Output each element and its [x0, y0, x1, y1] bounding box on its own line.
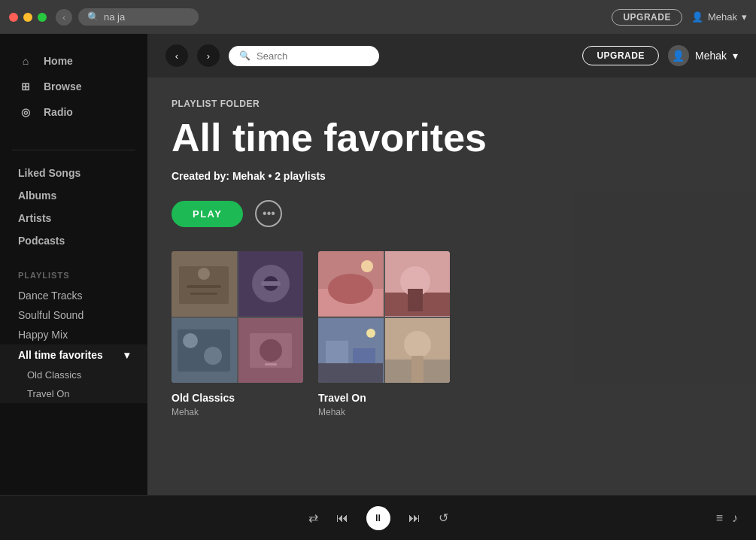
- sidebar-divider: [12, 150, 135, 150]
- titlebar-username: Mehak: [708, 11, 737, 23]
- svg-rect-26: [318, 363, 383, 383]
- minimize-button[interactable]: [23, 13, 32, 22]
- browse-icon: ⊞: [18, 79, 33, 94]
- chevron-down-icon: ▾: [742, 11, 747, 23]
- travel-on-title: Travel On: [318, 392, 450, 404]
- folder-title: All time favorites: [172, 117, 732, 159]
- svg-point-15: [260, 339, 282, 362]
- close-button[interactable]: [9, 13, 18, 22]
- user-menu-button[interactable]: 👤 Mehak ▾: [668, 45, 738, 66]
- cover-cell-1: [172, 251, 237, 317]
- cover-cell-3: [172, 318, 237, 384]
- creator-name: Mehak: [232, 170, 266, 182]
- svg-point-19: [328, 274, 373, 304]
- next-button[interactable]: ⏭: [408, 511, 421, 525]
- topbar-right: UPGRADE 👤 Mehak ▾: [582, 45, 738, 66]
- svg-rect-24: [408, 289, 423, 311]
- user-icon: 👤: [691, 11, 703, 23]
- sidebar-item-happy-mix[interactable]: Happy Mix: [0, 325, 147, 344]
- search-icon: 🔍: [87, 11, 99, 23]
- home-icon: ⌂: [18, 53, 33, 68]
- playlist-card-old-classics[interactable]: Old Classics Mehak: [172, 251, 303, 417]
- queue-button[interactable]: ≡: [716, 511, 723, 525]
- titlebar-search-text: na ja: [104, 11, 125, 23]
- titlebar-right: UPGRADE 👤 Mehak ▾: [612, 9, 747, 26]
- sidebar-library: Liked Songs Albums Artists Podcasts: [0, 162, 147, 253]
- radio-icon: ◎: [18, 105, 33, 120]
- svg-point-11: [183, 333, 198, 348]
- sidebar-item-dance-tracks[interactable]: Dance Tracks: [0, 286, 147, 305]
- playlists-section-label: PLAYLISTS: [0, 271, 147, 280]
- play-pause-button[interactable]: ⏸: [366, 506, 390, 530]
- upgrade-button[interactable]: UPGRADE: [582, 46, 659, 65]
- forward-button[interactable]: ›: [197, 44, 220, 67]
- folder-content: PLAYLIST FOLDER All time favorites Creat…: [147, 77, 756, 438]
- titlebar-user[interactable]: 👤 Mehak ▾: [691, 11, 747, 23]
- sidebar: ⌂ Home ⊞ Browse ◎ Radio Liked Songs Albu…: [0, 34, 147, 495]
- username-label: Mehak: [695, 50, 727, 62]
- sidebar-item-old-classics[interactable]: Old Classics: [0, 366, 147, 384]
- sidebar-folder-children: Old Classics Travel On: [0, 366, 147, 403]
- sidebar-item-artists[interactable]: Artists: [12, 208, 135, 229]
- old-classics-title: Old Classics: [172, 392, 303, 404]
- sidebar-item-radio[interactable]: ◎ Radio: [12, 100, 135, 124]
- volume-button[interactable]: ♪: [732, 511, 738, 525]
- main-container: ⌂ Home ⊞ Browse ◎ Radio Liked Songs Albu…: [0, 34, 756, 495]
- content-area: ‹ › 🔍 UPGRADE 👤 Mehak ▾ PLAYLIST FOLDER: [147, 34, 756, 495]
- sidebar-home-label: Home: [44, 55, 73, 67]
- sidebar-item-browse[interactable]: ⊞ Browse: [12, 74, 135, 99]
- cover-cell-4: [238, 318, 304, 384]
- old-classics-owner: Mehak: [172, 407, 303, 417]
- old-classics-cover: [172, 251, 303, 383]
- traffic-lights: [9, 13, 47, 22]
- playlist-count: 2 playlists: [275, 170, 326, 182]
- svg-point-32: [404, 331, 431, 358]
- previous-button[interactable]: ⏮: [336, 511, 348, 525]
- folder-label: All time favorites: [18, 349, 103, 361]
- svg-rect-16: [265, 363, 277, 366]
- content-topbar: ‹ › 🔍 UPGRADE 👤 Mehak ▾: [147, 34, 756, 77]
- sidebar-item-home[interactable]: ⌂ Home: [12, 49, 135, 73]
- user-icon: 👤: [672, 50, 685, 62]
- svg-point-2: [198, 268, 210, 280]
- maximize-button[interactable]: [38, 13, 47, 22]
- created-by-label: Created by:: [172, 170, 229, 182]
- bullet: •: [268, 170, 272, 182]
- sidebar-item-liked-songs[interactable]: Liked Songs: [12, 162, 135, 184]
- search-icon: 🔍: [239, 50, 250, 61]
- cover-cell-4: [385, 318, 451, 384]
- sidebar-item-albums[interactable]: Albums: [12, 185, 135, 206]
- chevron-down-icon: ▾: [733, 50, 738, 62]
- svg-rect-28: [353, 348, 375, 363]
- repeat-button[interactable]: ↺: [439, 511, 448, 525]
- svg-point-29: [366, 329, 375, 338]
- travel-on-owner: Mehak: [318, 407, 450, 417]
- search-bar[interactable]: 🔍: [229, 46, 379, 66]
- cover-cell-3: [318, 318, 384, 384]
- title-bar: ‹ 🔍 na ja UPGRADE 👤 Mehak ▾: [0, 0, 756, 34]
- back-button[interactable]: ‹: [165, 44, 188, 67]
- sidebar-item-soulful-sound[interactable]: Soulful Sound: [0, 305, 147, 325]
- sidebar-item-travel-on[interactable]: Travel On: [0, 384, 147, 403]
- cover-cell-2: [385, 251, 451, 317]
- titlebar-upgrade-button[interactable]: UPGRADE: [612, 9, 682, 26]
- sidebar-folder-all-time-favorites[interactable]: All time favorites ▾: [0, 344, 147, 366]
- sidebar-item-podcasts[interactable]: Podcasts: [12, 230, 135, 251]
- titlebar-search[interactable]: 🔍 na ja: [78, 8, 199, 26]
- cover-cell-1: [318, 251, 384, 317]
- playlist-card-travel-on[interactable]: Travel On Mehak: [318, 251, 450, 417]
- player-bar: ⇄ ⏮ ⏸ ⏭ ↺ ≡ ♪: [0, 495, 756, 540]
- play-button[interactable]: PLAY: [172, 201, 243, 227]
- svg-point-12: [204, 347, 222, 365]
- shuffle-button[interactable]: ⇄: [308, 511, 318, 525]
- ellipsis-icon: •••: [263, 207, 275, 220]
- svg-rect-8: [261, 281, 281, 286]
- titlebar-back-button[interactable]: ‹: [56, 9, 72, 26]
- travel-on-cover: [318, 251, 450, 383]
- more-options-button[interactable]: •••: [255, 200, 282, 227]
- sidebar-browse-label: Browse: [44, 80, 82, 93]
- sidebar-nav: ⌂ Home ⊞ Browse ◎ Radio: [0, 49, 147, 126]
- player-right-controls: ≡ ♪: [716, 511, 738, 525]
- folder-tag: PLAYLIST FOLDER: [172, 99, 732, 109]
- search-input[interactable]: [257, 50, 369, 62]
